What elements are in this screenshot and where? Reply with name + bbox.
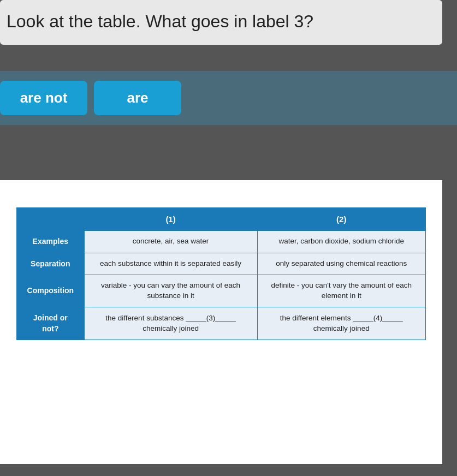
cell-joined-col2: the different elements _____(4)_____ che…: [257, 307, 425, 340]
table-row: Joined or not? the different substances …: [17, 307, 426, 340]
cell-joined-col1: the different substances _____(3)_____ c…: [84, 307, 257, 340]
row-label-separation: Separation: [17, 253, 85, 275]
cell-separation-col1: each substance within it is separated ea…: [84, 253, 257, 275]
table-header-row: (1) (2): [17, 208, 426, 231]
cell-examples-col2: water, carbon dioxide, sodium chloride: [257, 231, 425, 253]
question-area: Look at the table. What goes in label 3?: [0, 0, 442, 45]
data-table: (1) (2) Examples concrete, air, sea wate…: [16, 207, 426, 340]
cell-composition-col1: variable - you can vary the amount of ea…: [84, 275, 257, 307]
cell-composition-col2: definite - you can't vary the amount of …: [257, 275, 425, 307]
table-row: Separation each substance within it is s…: [17, 253, 426, 275]
main-content: (1) (2) Examples concrete, air, sea wate…: [0, 180, 442, 464]
cell-separation-col2: only separated using chemical reactions: [257, 253, 425, 275]
row-label-examples: Examples: [17, 231, 85, 253]
question-text: Look at the table. What goes in label 3?: [7, 11, 429, 32]
col-header-empty: [17, 208, 85, 231]
row-label-composition: Composition: [17, 275, 85, 307]
col-header-2: (2): [257, 208, 425, 231]
col-header-1: (1): [84, 208, 257, 231]
row-label-joined: Joined or not?: [17, 307, 85, 340]
table-row: Composition variable - you can vary the …: [17, 275, 426, 307]
answer-btn-are[interactable]: are: [94, 81, 181, 115]
answer-btn-are-not[interactable]: are not: [0, 81, 87, 115]
answer-area: are not are: [0, 71, 457, 125]
table-row: Examples concrete, air, sea water water,…: [17, 231, 426, 253]
cell-examples-col1: concrete, air, sea water: [84, 231, 257, 253]
